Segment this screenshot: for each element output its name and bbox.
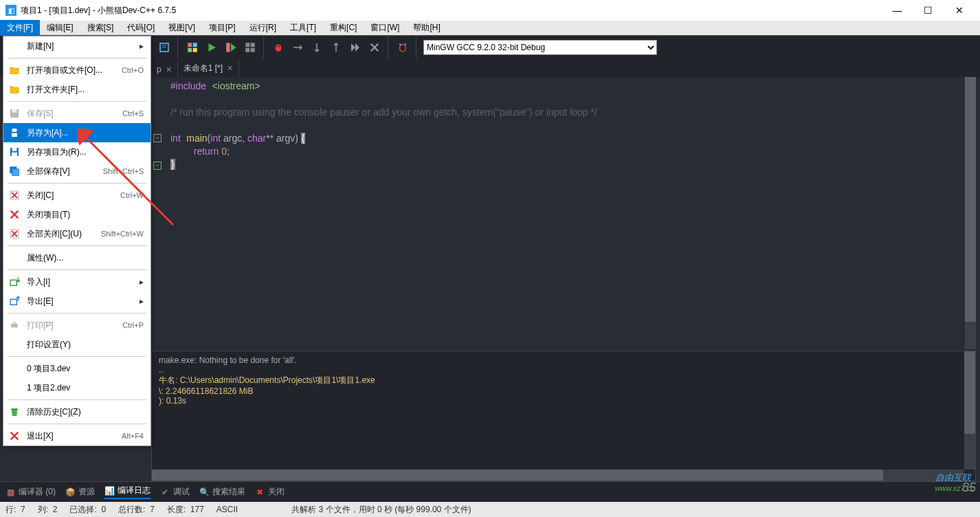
menu-item-label: 全部关闭[C](U) [27,228,82,240]
step-over-icon[interactable] [289,38,307,56]
output-panel: make.exe: Nothing to be done for 'all'. … [151,351,976,481]
disk-multi-icon [8,165,21,177]
menu-item[interactable]: 属性(W)... [3,248,151,267]
play-icon[interactable] [203,38,221,56]
fold-icon[interactable]: − [153,134,162,142]
package-icon: 📦 [65,487,75,497]
dbg-icon[interactable] [394,38,412,56]
menu-item[interactable]: 导入[I]▸ [3,272,151,292]
svg-rect-46 [11,408,17,410]
menu-tools[interactable]: 工具[T] [283,20,323,36]
minimize-button[interactable]: — [882,0,913,21]
menubar: 文件[F] 编辑[E] 搜索[S] 代码[O] 视图[V] 项目[P] 运行[R… [0,21,980,36]
svg-rect-10 [245,43,249,47]
menu-file[interactable]: 文件[F] [0,20,40,36]
close-icon[interactable]: ✕ [227,64,233,73]
output-line: \: 2.24666118621826 MiB [159,386,968,396]
menu-edit[interactable]: 编辑[E] [40,20,80,36]
menu-item-label: 退出[X] [27,430,54,442]
step-into-icon[interactable] [308,38,326,56]
menu-item: 保存[S]Ctrl+S [3,104,151,123]
rebuild-icon[interactable] [241,38,259,56]
btab-resource[interactable]: 📦资源 [65,486,95,498]
svg-rect-45 [12,322,16,324]
printer-icon [8,319,21,331]
step-out-icon[interactable] [327,38,345,56]
close-red-icon [8,189,21,201]
btab-debug[interactable]: ✔调试 [160,486,190,498]
chart-icon: 📊 [104,486,114,496]
menu-search[interactable]: 搜索[S] [80,20,121,36]
menu-code[interactable]: 代码[O] [120,20,162,36]
menu-item[interactable]: 打开文件夹[F]... [3,80,151,99]
shortcut-label: Alt+F4 [122,432,144,440]
output-scrollbar-v[interactable] [964,351,975,470]
btab-search[interactable]: 🔍搜索结果 [199,486,245,498]
stop-icon[interactable] [366,38,383,56]
maximize-button[interactable]: ☐ [913,0,944,21]
menu-item[interactable]: 关闭[C]Ctrl+W [3,186,151,205]
svg-point-15 [277,46,278,47]
menu-item-label: 打印[P] [27,320,54,331]
disk-icon [8,126,21,139]
toolbar-btn-1[interactable] [155,38,173,56]
menu-window[interactable]: 窗口[W] [364,20,406,36]
menu-item[interactable]: 另存为[A]... [3,123,151,142]
menu-item[interactable]: 全部保存[V]Shift+Ctrl+S [3,162,151,181]
menu-item[interactable]: 导出[E]▸ [3,292,151,311]
compile-run-icon[interactable] [222,38,240,56]
shortcut-label: Ctrl+S [122,109,144,118]
menu-item-label: 清除历史[C](Z) [27,406,81,418]
btab-log[interactable]: 📊编译日志 [104,485,151,499]
menu-item-label: 关闭项目(T) [27,209,70,221]
menu-item: 打印[P]Ctrl+P [3,316,151,335]
svg-rect-28 [12,133,17,137]
grid-icon[interactable] [183,38,201,56]
close-icon[interactable]: ✕ [166,65,172,74]
close-window-button[interactable]: ✕ [944,0,975,21]
submenu-arrow-icon: ▸ [140,296,144,306]
compiler-select[interactable]: MinGW GCC 9.2.0 32-bit Debug [423,40,657,55]
btab-close[interactable]: ✖关闭 [255,486,285,498]
svg-line-22 [400,43,401,45]
btab-compiler[interactable]: ▦编译器 (0) [5,486,56,498]
continue-icon[interactable] [346,38,364,56]
menu-item[interactable]: 打印设置(Y) [3,335,151,354]
menu-item[interactable]: 全部关闭[C](U)Shift+Ctrl+W [3,224,151,243]
menu-item[interactable]: 1 项目2.dev [3,378,151,397]
menu-item[interactable]: 退出[X]Alt+F4 [3,426,151,446]
shortcut-label: Shift+Ctrl+S [103,167,144,175]
menu-item-label: 导出[E] [27,296,54,307]
code-content[interactable]: #include <iostream> /* run this program … [170,80,597,171]
shortcut-label: Ctrl+W [120,191,144,199]
editor-scrollbar-v[interactable] [965,77,976,349]
disk-gray-icon [8,107,21,120]
trash-icon [8,406,21,418]
svg-rect-27 [12,129,17,132]
folder-yellow-icon [8,83,21,96]
fold-icon[interactable]: − [153,162,162,170]
menu-item[interactable]: 关闭项目(T) [3,205,151,224]
menu-item[interactable]: 新建[N]▸ [3,36,151,56]
output-scrollbar-h[interactable] [152,470,964,481]
svg-rect-33 [12,169,19,176]
menu-item[interactable]: 清除历史[C](Z) [3,402,151,421]
bug-icon[interactable] [269,38,287,56]
menu-view[interactable]: 视图[V] [162,20,202,36]
menu-help[interactable]: 帮助[H] [406,20,447,36]
svg-point-16 [279,46,280,47]
menu-item-label: 打开文件夹[F]... [27,84,85,96]
submenu-arrow-icon: ▸ [140,277,144,287]
svg-rect-25 [12,109,17,113]
menu-refactor[interactable]: 重构[C] [323,20,364,36]
menu-item[interactable]: 0 项目3.dev [3,359,151,378]
menu-project[interactable]: 项目[P] [202,20,243,36]
menu-run[interactable]: 运行[R] [243,20,283,36]
menu-item[interactable]: 另存项目为(R)... [3,142,151,162]
tab-2[interactable]: 未命名1 [*]✕ [178,60,239,77]
tab-1[interactable]: p✕ [151,62,178,77]
menu-item[interactable]: 打开项目或文件[O]...Ctrl+O [3,60,151,80]
menu-item-label: 1 项目2.dev [27,382,70,394]
code-editor[interactable]: − − #include <iostream> /* run this prog… [151,77,976,349]
menu-item-label: 另存项目为(R)... [27,146,87,158]
